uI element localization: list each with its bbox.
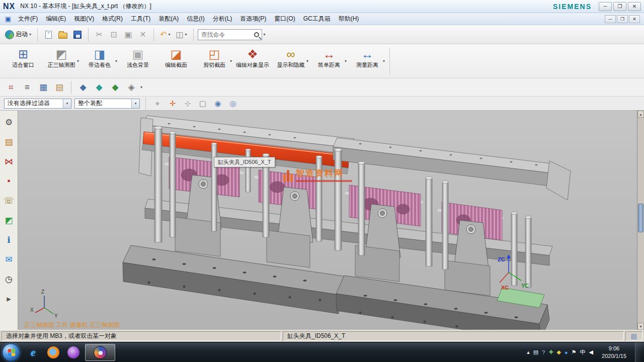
phone-support-icon[interactable]: ☏ — [3, 194, 16, 207]
scrollbar-track[interactable] — [637, 118, 644, 323]
report-sheet-icon[interactable]: ▤ — [52, 80, 66, 95]
tray-expand-icon[interactable]: ▴ — [527, 349, 530, 355]
constraint-pin-icon[interactable]: ▪ — [3, 174, 16, 188]
status-icon[interactable]: ▤ — [625, 331, 642, 341]
menu-gc-toolbox[interactable]: GC工具箱 — [299, 13, 335, 25]
wave-link-icon[interactable]: ◈ — [124, 80, 138, 95]
menu-view[interactable]: 视图(V) — [70, 13, 98, 25]
taskbar-ie-icon[interactable]: e — [24, 344, 43, 361]
menu-file[interactable]: 文件(F) — [14, 13, 42, 25]
web-mail-icon[interactable]: ✉ — [3, 253, 16, 266]
snap-end-point-icon[interactable]: ✛ — [167, 98, 179, 110]
cut-button[interactable]: ✂ — [93, 28, 106, 42]
copy-button[interactable]: ⊡ — [107, 28, 120, 42]
taskbar-clock[interactable]: 9:06 2020/1/15 — [597, 345, 631, 360]
base-plate-left[interactable] — [123, 245, 346, 314]
menu-tools[interactable]: 工具(T) — [127, 13, 154, 25]
command-search[interactable] — [198, 29, 262, 40]
save-button[interactable] — [71, 28, 84, 42]
mdi-minimize-button[interactable]: ─ — [605, 15, 616, 23]
assembly-navigator-icon[interactable]: ⋈ — [3, 155, 16, 168]
delete-button[interactable]: ✕ — [136, 28, 149, 42]
window-title: NX 10 - 基本环境 - [缸头夹具_x_t.prt （修改的）] — [20, 2, 151, 11]
paste-button[interactable]: ▣ — [122, 28, 135, 42]
assembly-constraints-icon[interactable]: ◆ — [108, 80, 122, 95]
component-table-icon[interactable]: ▦ — [36, 80, 50, 95]
menu-help[interactable]: 帮助(H) — [335, 13, 363, 25]
model-3d[interactable]: ZC XC YC Z X Y — [18, 111, 637, 330]
snap-point-icon[interactable]: ⌖ — [151, 98, 164, 110]
scrollbar-thumb[interactable] — [638, 204, 643, 232]
svg-text:XC: XC — [501, 285, 509, 291]
tray-network-icon[interactable]: ▤ — [533, 349, 538, 355]
chevron-down-icon[interactable]: ▾ — [140, 85, 142, 89]
show-hide-button[interactable]: ∞ ▾ 显示和隐藏 — [272, 45, 310, 77]
show-desktop-button[interactable] — [635, 342, 641, 362]
info-icon[interactable]: ℹ — [3, 233, 16, 246]
menu-analysis[interactable]: 分析(L) — [209, 13, 236, 25]
menu-information[interactable]: 信息(I) — [183, 13, 208, 25]
move-component-icon[interactable]: ◆ — [92, 80, 106, 95]
graphics-viewport[interactable]: ZC XC YC Z X Y 缸头夹具_ID506_X_T 智造资料网 — [18, 111, 637, 330]
taskbar-nx-active-app[interactable] — [85, 344, 115, 361]
edit-section-button[interactable]: ◪ 编辑截面 — [157, 45, 195, 77]
marquee-select-icon[interactable]: ▢ — [197, 98, 209, 110]
part-navigator-icon[interactable]: ◩ — [3, 214, 16, 227]
history-clock-icon[interactable]: ◷ — [3, 273, 16, 286]
expand-arrow-icon[interactable]: ▸ — [3, 292, 16, 305]
mdi-close-button[interactable]: ✕ — [629, 15, 640, 23]
menu-format[interactable]: 格式(R) — [98, 13, 127, 25]
fit-window-button[interactable]: ⊞ 适合窗口 — [4, 45, 42, 77]
view-style-button[interactable]: ◫ ▾ — [174, 28, 189, 42]
maximize-button[interactable]: ❐ — [613, 2, 626, 11]
roles-gear-icon[interactable]: ⚙ — [3, 116, 16, 129]
open-file-button[interactable] — [56, 28, 69, 42]
chevron-down-icon: ▾ — [383, 59, 385, 63]
vertical-scrollbar[interactable]: ▲ ▼ — [637, 111, 644, 330]
edit-object-display-button[interactable]: ❖ 编辑对象显示 — [233, 45, 272, 77]
sphere-select-icon[interactable]: ◉ — [212, 98, 224, 110]
clip-section-button[interactable]: ◰ ▾ 剪切截面 — [195, 45, 233, 77]
tray-security-icon[interactable]: ✚ — [548, 349, 553, 355]
watermark-text: 智造资料网 — [296, 169, 352, 178]
tray-help-icon[interactable]: ? — [542, 349, 545, 355]
snap-mid-point-icon[interactable]: ⊹ — [182, 98, 194, 110]
tray-ime-icon[interactable]: 中 — [580, 348, 586, 356]
isometric-view-button[interactable]: ◩ ▾ 正三轴测图 — [42, 45, 80, 77]
scroll-down-icon[interactable]: ▼ — [637, 323, 644, 330]
selection-scope-dropdown[interactable]: 整个装配 ▾ — [74, 99, 140, 109]
selection-filter-dropdown[interactable]: 没有选择过滤器 ▾ — [4, 99, 71, 109]
close-button[interactable]: ✕ — [628, 2, 641, 11]
search-icon[interactable] — [252, 32, 262, 37]
shaded-with-edges-button[interactable]: ◨ ▾ 带边着色 — [80, 45, 119, 77]
menu-assemblies[interactable]: 装配(A) — [154, 13, 183, 25]
layer-settings-icon[interactable]: ≡ — [20, 80, 34, 95]
menu-edit[interactable]: 编辑(E) — [42, 13, 70, 25]
scroll-up-icon[interactable]: ▲ — [637, 111, 644, 118]
new-file-button[interactable] — [42, 28, 55, 42]
start-menu-button[interactable]: 启动 ▾ — [3, 28, 33, 42]
start-button[interactable] — [2, 343, 20, 361]
tray-update-icon[interactable]: ◆ — [557, 349, 561, 355]
undo-button[interactable]: ↶ ▾ — [158, 28, 172, 42]
cut-icon: ✂ — [96, 31, 102, 39]
menu-window[interactable]: 窗口(O) — [270, 13, 299, 25]
taskbar-browser-icon[interactable] — [64, 344, 83, 361]
sphere-select-alt-icon[interactable]: ◎ — [227, 98, 239, 110]
touch-pad-icon[interactable]: ▤ — [3, 135, 16, 148]
tray-flag-icon[interactable]: ⚑ — [572, 349, 577, 355]
simple-distance-button[interactable]: ↔ ▾ 简单距离 — [310, 45, 348, 77]
measure-distance-button[interactable]: ↔ ▾ 测量距离 — [348, 45, 386, 77]
tray-cloud-icon[interactable]: ● — [565, 349, 568, 355]
chevron-down-icon[interactable]: ▾ — [264, 32, 266, 37]
menu-preferences[interactable]: 首选项(P) — [236, 13, 270, 25]
taskbar-firefox-icon[interactable] — [44, 344, 63, 361]
tray-volume-icon[interactable]: ◀ — [589, 349, 593, 355]
new-document-icon — [45, 31, 52, 39]
mdi-restore-button[interactable]: ❐ — [617, 15, 628, 23]
light-background-button[interactable]: ▣ 浅色背景 — [119, 45, 157, 77]
add-component-icon[interactable]: ◆ — [76, 80, 90, 95]
search-input[interactable] — [201, 31, 252, 38]
minimize-button[interactable]: ─ — [599, 2, 612, 11]
find-component-icon[interactable]: ⌗ — [4, 80, 18, 95]
